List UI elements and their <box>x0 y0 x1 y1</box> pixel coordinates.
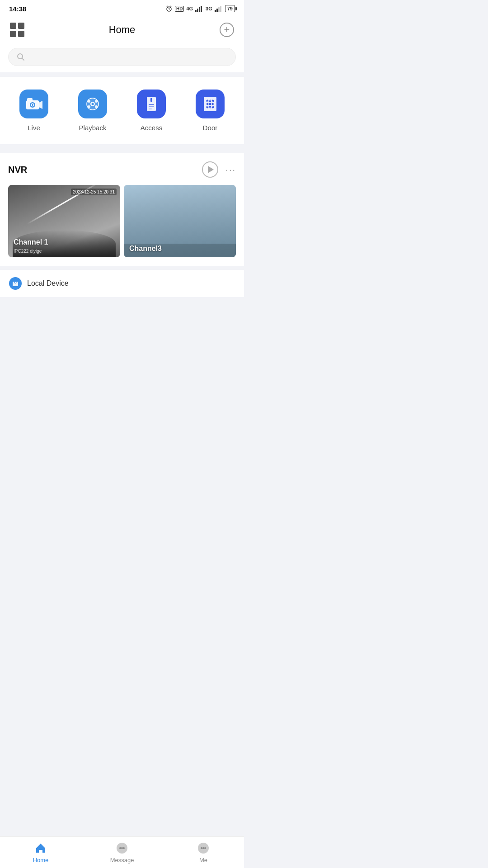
door-icon-bg <box>196 90 225 118</box>
channel-1-sublabel: IPC222 diyige <box>14 249 42 254</box>
svg-line-3 <box>167 6 168 7</box>
svg-rect-6 <box>197 9 198 12</box>
add-button[interactable]: + <box>220 23 234 37</box>
signal-bars-2 <box>215 5 223 12</box>
access-label: Access <box>141 124 162 132</box>
network-3g: 3G <box>206 6 212 11</box>
alarm-icon <box>165 5 173 12</box>
local-device-svg <box>12 280 19 287</box>
svg-point-36 <box>209 100 211 102</box>
local-device-label: Local Device <box>27 279 69 288</box>
svg-rect-30 <box>150 98 152 102</box>
svg-rect-12 <box>220 6 221 12</box>
svg-rect-8 <box>201 6 202 12</box>
svg-rect-33 <box>149 108 152 109</box>
svg-point-24 <box>95 100 98 103</box>
svg-point-28 <box>92 103 94 105</box>
svg-rect-9 <box>215 10 216 12</box>
quick-actions: Live Playback <box>0 77 244 144</box>
svg-marker-20 <box>39 101 42 109</box>
svg-point-25 <box>88 105 90 108</box>
nvr-card: NVR ··· 2023-12-25 15:20:31 Channel 1 IP… <box>0 153 244 266</box>
svg-rect-32 <box>149 106 154 107</box>
local-device-icon <box>9 277 22 290</box>
quick-action-live[interactable]: Live <box>19 90 48 132</box>
search-bar-container <box>0 43 244 72</box>
channel-1-bg <box>8 185 120 257</box>
svg-rect-16 <box>27 98 33 101</box>
svg-point-47 <box>15 282 16 283</box>
playback-icon <box>84 97 102 111</box>
svg-rect-7 <box>199 7 200 12</box>
svg-point-26 <box>95 105 98 108</box>
page-title: Home <box>109 24 136 36</box>
battery-level: 79 <box>227 6 233 11</box>
svg-point-19 <box>32 104 33 106</box>
svg-rect-10 <box>216 9 218 12</box>
quick-action-door[interactable]: Door <box>196 90 225 132</box>
nvr-more-button[interactable]: ··· <box>225 165 236 175</box>
app-header: Home + <box>0 16 244 43</box>
channel-1-timestamp: 2023-12-25 15:20:31 <box>71 189 117 195</box>
nvr-actions: ··· <box>202 161 236 178</box>
search-bar[interactable] <box>8 48 236 66</box>
channel-1-thumb[interactable]: 2023-12-25 15:20:31 Channel 1 IPC222 diy… <box>8 185 120 257</box>
quick-action-playback[interactable]: Playback <box>78 90 107 132</box>
local-device[interactable]: Local Device <box>0 270 244 297</box>
channel-grid: 2023-12-25 15:20:31 Channel 1 IPC222 diy… <box>8 185 236 257</box>
svg-rect-31 <box>149 104 154 105</box>
access-card-icon <box>144 96 159 112</box>
status-bar: 14:38 HD 4G 3G <box>0 0 244 16</box>
play-triangle-icon <box>208 166 214 173</box>
svg-rect-11 <box>218 7 220 12</box>
channel-1-label: Channel 1 <box>14 238 48 246</box>
grid-menu-icon[interactable] <box>10 23 24 37</box>
quick-action-access[interactable]: Access <box>137 90 166 132</box>
svg-line-4 <box>170 6 171 7</box>
hd-badge: HD <box>175 6 184 12</box>
playback-icon-bg <box>78 90 107 118</box>
nvr-title: NVR <box>8 165 27 175</box>
door-label: Door <box>203 124 218 132</box>
svg-point-23 <box>88 100 90 103</box>
svg-line-14 <box>22 58 24 61</box>
status-time: 14:38 <box>9 5 26 13</box>
nvr-play-button[interactable] <box>202 161 218 178</box>
access-icon-bg <box>137 90 166 118</box>
battery-icon: 79 <box>225 5 235 12</box>
signal-bars <box>195 5 203 12</box>
network-4g: 4G <box>186 6 193 11</box>
svg-point-39 <box>209 103 211 105</box>
svg-point-42 <box>209 106 211 108</box>
nvr-header: NVR ··· <box>8 161 236 178</box>
live-label: Live <box>28 124 40 132</box>
live-icon-bg <box>19 90 48 118</box>
search-icon <box>17 53 25 61</box>
camera-icon <box>25 97 42 111</box>
svg-rect-5 <box>195 10 197 12</box>
channel-3-label: Channel3 <box>129 245 162 253</box>
channel-3-thumb[interactable]: Channel3 <box>124 185 236 257</box>
status-icons: HD 4G 3G 79 <box>165 5 235 12</box>
playback-label: Playback <box>79 124 107 132</box>
door-keypad-icon <box>202 96 218 112</box>
